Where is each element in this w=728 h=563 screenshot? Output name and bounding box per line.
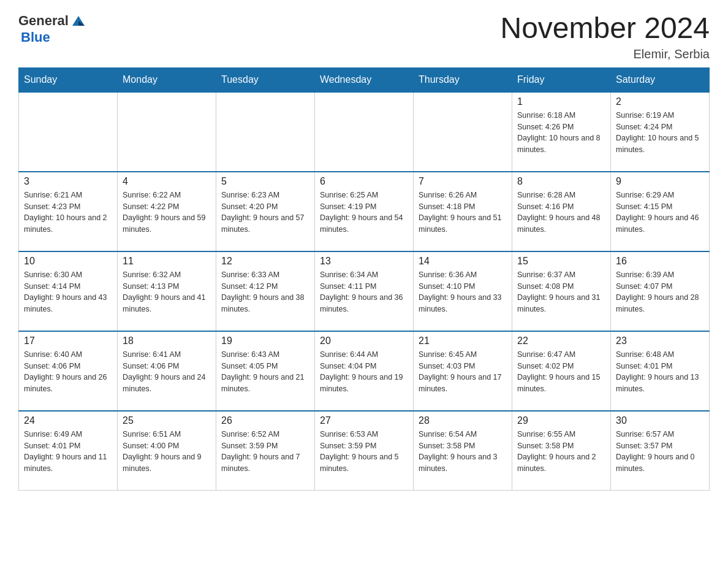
calendar-cell: 30Sunrise: 6:57 AMSunset: 3:57 PMDayligh… — [611, 411, 710, 491]
calendar-week-1: 1Sunrise: 6:18 AMSunset: 4:26 PMDaylight… — [19, 92, 710, 172]
calendar-cell: 26Sunrise: 6:52 AMSunset: 3:59 PMDayligh… — [216, 411, 315, 491]
day-number: 12 — [221, 256, 309, 267]
location: Elemir, Serbia — [500, 47, 710, 61]
calendar-cell: 19Sunrise: 6:43 AMSunset: 4:05 PMDayligh… — [216, 331, 315, 411]
weekday-header-wednesday: Wednesday — [315, 67, 414, 92]
calendar-cell: 15Sunrise: 6:37 AMSunset: 4:08 PMDayligh… — [512, 251, 611, 331]
day-info: Sunrise: 6:21 AMSunset: 4:23 PMDaylight:… — [24, 190, 112, 236]
weekday-header-friday: Friday — [512, 67, 611, 92]
logo-blue-text: Blue — [21, 29, 50, 45]
calendar-cell: 7Sunrise: 6:26 AMSunset: 4:18 PMDaylight… — [414, 172, 512, 251]
day-info: Sunrise: 6:34 AMSunset: 4:11 PMDaylight:… — [320, 269, 408, 315]
day-info: Sunrise: 6:57 AMSunset: 3:57 PMDaylight:… — [616, 429, 704, 475]
day-number: 25 — [123, 415, 211, 426]
weekday-header-row: SundayMondayTuesdayWednesdayThursdayFrid… — [19, 67, 710, 92]
day-info: Sunrise: 6:25 AMSunset: 4:19 PMDaylight:… — [320, 190, 408, 236]
weekday-header-monday: Monday — [118, 67, 216, 92]
day-info: Sunrise: 6:23 AMSunset: 4:20 PMDaylight:… — [221, 190, 309, 236]
calendar-week-5: 24Sunrise: 6:49 AMSunset: 4:01 PMDayligh… — [19, 411, 710, 491]
day-number: 7 — [419, 176, 507, 187]
day-info: Sunrise: 6:22 AMSunset: 4:22 PMDaylight:… — [123, 190, 211, 236]
day-info: Sunrise: 6:55 AMSunset: 3:58 PMDaylight:… — [517, 429, 605, 475]
day-number: 28 — [419, 415, 507, 426]
calendar-cell: 25Sunrise: 6:51 AMSunset: 4:00 PMDayligh… — [118, 411, 216, 491]
day-info: Sunrise: 6:51 AMSunset: 4:00 PMDaylight:… — [123, 429, 211, 475]
day-info: Sunrise: 6:49 AMSunset: 4:01 PMDaylight:… — [24, 429, 112, 475]
day-info: Sunrise: 6:39 AMSunset: 4:07 PMDaylight:… — [616, 269, 704, 315]
day-number: 14 — [419, 256, 507, 267]
day-number: 16 — [616, 256, 704, 267]
day-info: Sunrise: 6:47 AMSunset: 4:02 PMDaylight:… — [517, 349, 605, 395]
title-area: November 2024 Elemir, Serbia — [500, 12, 710, 61]
calendar-cell: 2Sunrise: 6:19 AMSunset: 4:24 PMDaylight… — [611, 92, 710, 172]
day-info: Sunrise: 6:29 AMSunset: 4:15 PMDaylight:… — [616, 190, 704, 236]
calendar-cell: 14Sunrise: 6:36 AMSunset: 4:10 PMDayligh… — [414, 251, 512, 331]
day-info: Sunrise: 6:18 AMSunset: 4:26 PMDaylight:… — [517, 110, 605, 156]
calendar-cell: 23Sunrise: 6:48 AMSunset: 4:01 PMDayligh… — [611, 331, 710, 411]
calendar-cell: 27Sunrise: 6:53 AMSunset: 3:59 PMDayligh… — [315, 411, 414, 491]
calendar-cell: 22Sunrise: 6:47 AMSunset: 4:02 PMDayligh… — [512, 331, 611, 411]
day-number: 5 — [221, 176, 309, 187]
day-info: Sunrise: 6:40 AMSunset: 4:06 PMDaylight:… — [24, 349, 112, 395]
day-number: 30 — [616, 415, 704, 426]
weekday-header-saturday: Saturday — [611, 67, 710, 92]
calendar-cell: 11Sunrise: 6:32 AMSunset: 4:13 PMDayligh… — [118, 251, 216, 331]
calendar-cell: 9Sunrise: 6:29 AMSunset: 4:15 PMDaylight… — [611, 172, 710, 251]
day-info: Sunrise: 6:41 AMSunset: 4:06 PMDaylight:… — [123, 349, 211, 395]
page-header: General Blue November 2024 Elemir, Serbi… — [18, 12, 710, 61]
day-number: 19 — [221, 335, 309, 347]
day-info: Sunrise: 6:28 AMSunset: 4:16 PMDaylight:… — [517, 190, 605, 236]
calendar-cell — [118, 92, 216, 172]
calendar-cell — [414, 92, 512, 172]
weekday-header-thursday: Thursday — [414, 67, 512, 92]
day-number: 15 — [517, 256, 605, 267]
calendar-cell: 29Sunrise: 6:55 AMSunset: 3:58 PMDayligh… — [512, 411, 611, 491]
day-info: Sunrise: 6:33 AMSunset: 4:12 PMDaylight:… — [221, 269, 309, 315]
calendar-cell: 10Sunrise: 6:30 AMSunset: 4:14 PMDayligh… — [19, 251, 118, 331]
day-number: 20 — [320, 335, 408, 347]
calendar-cell: 6Sunrise: 6:25 AMSunset: 4:19 PMDaylight… — [315, 172, 414, 251]
day-number: 13 — [320, 256, 408, 267]
calendar-cell: 12Sunrise: 6:33 AMSunset: 4:12 PMDayligh… — [216, 251, 315, 331]
calendar-table: SundayMondayTuesdayWednesdayThursdayFrid… — [18, 67, 710, 491]
day-info: Sunrise: 6:45 AMSunset: 4:03 PMDaylight:… — [419, 349, 507, 395]
logo-triangle-icon — [70, 12, 87, 29]
day-number: 18 — [123, 335, 211, 347]
day-number: 11 — [123, 256, 211, 267]
day-number: 3 — [24, 176, 112, 187]
calendar-cell: 21Sunrise: 6:45 AMSunset: 4:03 PMDayligh… — [414, 331, 512, 411]
calendar-cell: 5Sunrise: 6:23 AMSunset: 4:20 PMDaylight… — [216, 172, 315, 251]
day-info: Sunrise: 6:26 AMSunset: 4:18 PMDaylight:… — [419, 190, 507, 236]
calendar-cell: 8Sunrise: 6:28 AMSunset: 4:16 PMDaylight… — [512, 172, 611, 251]
calendar-cell: 4Sunrise: 6:22 AMSunset: 4:22 PMDaylight… — [118, 172, 216, 251]
day-number: 22 — [517, 335, 605, 347]
day-number: 8 — [517, 176, 605, 187]
day-info: Sunrise: 6:43 AMSunset: 4:05 PMDaylight:… — [221, 349, 309, 395]
day-number: 23 — [616, 335, 704, 347]
day-info: Sunrise: 6:37 AMSunset: 4:08 PMDaylight:… — [517, 269, 605, 315]
calendar-cell: 24Sunrise: 6:49 AMSunset: 4:01 PMDayligh… — [19, 411, 118, 491]
day-number: 9 — [616, 176, 704, 187]
weekday-header-sunday: Sunday — [19, 67, 118, 92]
day-number: 29 — [517, 415, 605, 426]
day-info: Sunrise: 6:54 AMSunset: 3:58 PMDaylight:… — [419, 429, 507, 475]
calendar-cell: 13Sunrise: 6:34 AMSunset: 4:11 PMDayligh… — [315, 251, 414, 331]
day-info: Sunrise: 6:30 AMSunset: 4:14 PMDaylight:… — [24, 269, 112, 315]
calendar-cell: 17Sunrise: 6:40 AMSunset: 4:06 PMDayligh… — [19, 331, 118, 411]
weekday-header-tuesday: Tuesday — [216, 67, 315, 92]
day-number: 10 — [24, 256, 112, 267]
day-number: 24 — [24, 415, 112, 426]
calendar-week-3: 10Sunrise: 6:30 AMSunset: 4:14 PMDayligh… — [19, 251, 710, 331]
day-number: 4 — [123, 176, 211, 187]
day-number: 2 — [616, 96, 704, 107]
day-info: Sunrise: 6:48 AMSunset: 4:01 PMDaylight:… — [616, 349, 704, 395]
calendar-cell: 20Sunrise: 6:44 AMSunset: 4:04 PMDayligh… — [315, 331, 414, 411]
day-number: 1 — [517, 96, 605, 107]
day-number: 27 — [320, 415, 408, 426]
calendar-cell — [216, 92, 315, 172]
day-info: Sunrise: 6:53 AMSunset: 3:59 PMDaylight:… — [320, 429, 408, 475]
day-info: Sunrise: 6:32 AMSunset: 4:13 PMDaylight:… — [123, 269, 211, 315]
day-number: 6 — [320, 176, 408, 187]
calendar-cell: 28Sunrise: 6:54 AMSunset: 3:58 PMDayligh… — [414, 411, 512, 491]
calendar-cell: 18Sunrise: 6:41 AMSunset: 4:06 PMDayligh… — [118, 331, 216, 411]
